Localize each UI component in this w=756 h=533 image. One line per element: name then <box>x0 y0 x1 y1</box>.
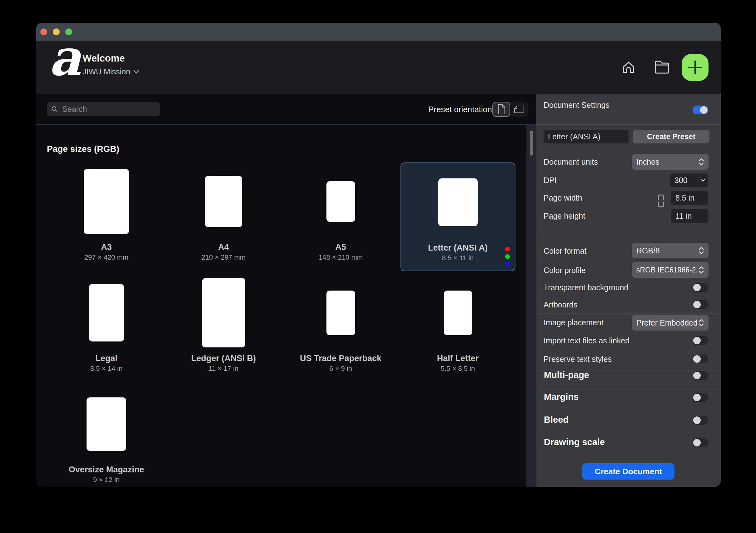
page-thumbnail <box>87 397 126 451</box>
color-format-value: RGB/8 <box>636 246 698 255</box>
toggle-knob <box>700 106 708 114</box>
page-thumbnail <box>205 176 242 227</box>
dpi-combo[interactable]: 300 <box>670 173 708 187</box>
home-button[interactable] <box>621 60 636 76</box>
page-size-dimensions: 6 × 9 in <box>284 364 398 373</box>
transparent-background-toggle[interactable] <box>692 283 708 292</box>
updown-chevron-icon <box>698 266 704 274</box>
chevron-down-icon <box>700 179 705 182</box>
image-placement-select[interactable]: Prefer Embedded <box>632 315 709 331</box>
preset-name-input[interactable] <box>544 130 629 144</box>
multi-page-label: Multi-page <box>544 370 589 380</box>
drawing-scale-toggle[interactable] <box>692 438 708 447</box>
section-title: Page sizes (RGB) <box>47 144 119 154</box>
page-width-label: Page width <box>544 193 582 202</box>
toggle-knob <box>693 284 701 291</box>
search-field[interactable] <box>47 102 160 116</box>
document-settings-toggle[interactable] <box>692 106 708 114</box>
updown-chevron-icon <box>698 158 704 166</box>
bleed-toggle[interactable] <box>692 416 708 425</box>
affinity-logo-icon: a <box>49 23 81 93</box>
page-size-card-ledger[interactable]: Ledger (ANSI B) 11 × 17 in <box>165 274 282 385</box>
toggle-knob <box>693 372 701 379</box>
color-profile-label: Color profile <box>544 266 586 275</box>
new-document-button[interactable] <box>682 54 709 81</box>
page-thumbnail <box>89 284 124 341</box>
page-size-card-a4[interactable]: A4 210 × 297 mm <box>165 162 282 274</box>
toggle-knob <box>693 355 701 363</box>
margins-toggle[interactable] <box>692 393 708 402</box>
app-window: a Welcome JIWU Mission <box>36 23 721 487</box>
open-file-button[interactable] <box>654 60 670 75</box>
document-settings-title: Document Settings <box>544 101 609 110</box>
close-button[interactable] <box>40 28 47 35</box>
home-icon <box>621 60 636 75</box>
page-size-card-half-letter[interactable]: Half Letter 5.5 × 8.5 in <box>399 274 516 385</box>
page-size-name: Half Letter <box>400 352 515 364</box>
import-text-linked-label: Import text files as linked <box>544 336 630 345</box>
margins-label: Margins <box>544 392 579 402</box>
page-size-card-us-trade[interactable]: US Trade Paperback 6 × 9 in <box>282 274 399 385</box>
scrollbar-thumb[interactable] <box>530 131 533 156</box>
portrait-orientation-button[interactable] <box>492 102 510 117</box>
page-size-dimensions: 8.5 × 11 in <box>401 254 515 262</box>
bleed-label: Bleed <box>544 414 569 425</box>
document-units-select[interactable]: Inches <box>632 154 709 170</box>
broken-link-icon <box>657 193 665 209</box>
divider <box>536 430 721 430</box>
page-size-name: Oversize Magazine <box>49 463 164 475</box>
search-input[interactable] <box>62 104 155 114</box>
create-preset-button[interactable]: Create Preset <box>633 130 710 144</box>
green-dot-icon <box>505 254 510 259</box>
titlebar <box>36 23 721 41</box>
transparent-background-label: Transparent background <box>544 283 628 292</box>
divider <box>536 385 721 385</box>
page-size-card-a5[interactable]: A5 148 × 210 mm <box>282 162 399 274</box>
document-settings-panel: Document Settings Create Preset Document… <box>536 94 721 487</box>
page-size-name: A3 <box>49 241 164 253</box>
link-dimensions-button[interactable] <box>657 193 665 210</box>
drawing-scale-label: Drawing scale <box>544 437 605 447</box>
color-profile-select[interactable]: sRGB IEC61966-2.1 <box>632 262 709 278</box>
dpi-value: 300 <box>670 176 698 185</box>
orientation-segmented-control <box>492 102 528 117</box>
create-document-button[interactable]: Create Document <box>582 463 674 480</box>
preserve-text-styles-toggle[interactable] <box>692 355 708 363</box>
page-size-name: US Trade Paperback <box>284 352 398 364</box>
page-size-card-letter-selected[interactable]: Letter (ANSI A) 8.5 × 11 in <box>399 162 516 274</box>
page-size-card-a3[interactable]: A3 297 × 420 mm <box>48 162 165 274</box>
page-size-dimensions: 9 × 12 in <box>49 475 164 484</box>
dpi-chevron-button[interactable] <box>698 173 708 187</box>
rgb-channel-dots <box>505 247 510 267</box>
profile-name: JIWU Mission <box>82 67 130 76</box>
portrait-page-icon <box>497 104 506 115</box>
divider <box>536 236 721 236</box>
artboards-toggle[interactable] <box>692 300 708 309</box>
page-size-card-legal[interactable]: Legal 8.5 × 14 in <box>48 274 165 385</box>
page-size-card-oversize-magazine[interactable]: Oversize Magazine 9 × 12 in <box>48 385 165 487</box>
color-format-select[interactable]: RGB/8 <box>632 243 709 258</box>
divider <box>536 408 721 408</box>
page-thumbnail <box>84 169 129 234</box>
page-size-name: A5 <box>284 241 398 253</box>
toggle-knob <box>693 337 701 344</box>
page-size-dimensions: 8.5 × 14 in <box>49 364 164 373</box>
landscape-orientation-button[interactable] <box>510 102 528 117</box>
page-thumbnail <box>438 178 478 226</box>
header: a Welcome JIWU Mission <box>36 41 721 94</box>
page-height-input[interactable] <box>671 209 708 223</box>
page-width-input[interactable] <box>671 191 708 205</box>
document-units-label: Document units <box>544 157 598 167</box>
profile-menu[interactable]: JIWU Mission <box>82 67 139 76</box>
red-dot-icon <box>505 247 510 252</box>
page-size-name: Legal <box>49 352 164 364</box>
page-size-dimensions: 11 × 17 in <box>166 364 281 373</box>
preserve-text-styles-label: Preserve text styles <box>544 355 612 364</box>
folder-icon <box>654 60 670 74</box>
scrollbar-gutter <box>526 125 536 487</box>
chevron-down-icon <box>133 70 139 74</box>
import-text-linked-toggle[interactable] <box>692 336 708 345</box>
artboards-label: Artboards <box>544 300 577 309</box>
multi-page-toggle[interactable] <box>692 371 708 380</box>
page-size-dimensions: 5.5 × 8.5 in <box>400 364 515 373</box>
